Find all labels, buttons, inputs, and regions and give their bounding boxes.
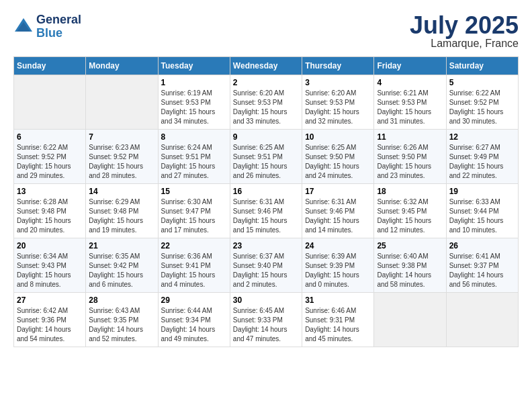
calendar-cell: 27Sunrise: 6:42 AM Sunset: 9:36 PM Dayli…: [14, 293, 86, 347]
day-number: 2: [233, 78, 299, 87]
calendar-cell: 11Sunrise: 6:26 AM Sunset: 9:50 PM Dayli…: [374, 130, 446, 184]
header-monday: Monday: [86, 57, 158, 75]
day-info: Sunrise: 6:24 AM Sunset: 9:51 PM Dayligh…: [161, 143, 227, 181]
day-info: Sunrise: 6:25 AM Sunset: 9:51 PM Dayligh…: [233, 143, 299, 181]
day-number: 16: [233, 187, 299, 196]
calendar-cell: 13Sunrise: 6:28 AM Sunset: 9:48 PM Dayli…: [14, 184, 86, 238]
calendar-cell: 6Sunrise: 6:22 AM Sunset: 9:52 PM Daylig…: [14, 130, 86, 184]
header-wednesday: Wednesday: [230, 57, 302, 75]
day-info: Sunrise: 6:20 AM Sunset: 9:53 PM Dayligh…: [305, 89, 371, 126]
calendar-cell: 21Sunrise: 6:35 AM Sunset: 9:42 PM Dayli…: [86, 238, 158, 293]
day-info: Sunrise: 6:40 AM Sunset: 9:38 PM Dayligh…: [377, 252, 443, 289]
day-info: Sunrise: 6:44 AM Sunset: 9:34 PM Dayligh…: [161, 306, 227, 344]
day-info: Sunrise: 6:22 AM Sunset: 9:52 PM Dayligh…: [17, 143, 83, 181]
day-info: Sunrise: 6:25 AM Sunset: 9:50 PM Dayligh…: [305, 143, 371, 181]
day-number: 27: [17, 295, 83, 305]
day-info: Sunrise: 6:42 AM Sunset: 9:36 PM Dayligh…: [17, 306, 83, 344]
calendar-cell: 20Sunrise: 6:34 AM Sunset: 9:43 PM Dayli…: [14, 238, 86, 293]
day-info: Sunrise: 6:45 AM Sunset: 9:33 PM Dayligh…: [233, 306, 299, 344]
calendar-cell: 17Sunrise: 6:31 AM Sunset: 9:46 PM Dayli…: [302, 184, 374, 238]
day-number: 3: [305, 78, 371, 87]
day-number: 5: [449, 78, 515, 87]
day-number: 30: [233, 295, 299, 305]
header-friday: Friday: [374, 57, 446, 75]
day-number: 20: [17, 241, 83, 250]
calendar-cell: 28Sunrise: 6:43 AM Sunset: 9:35 PM Dayli…: [86, 293, 158, 347]
logo-icon: [13, 17, 34, 37]
day-info: Sunrise: 6:43 AM Sunset: 9:35 PM Dayligh…: [89, 306, 154, 344]
week-row-1: 1Sunrise: 6:19 AM Sunset: 9:53 PM Daylig…: [14, 75, 519, 130]
day-number: 28: [89, 295, 154, 305]
day-number: 1: [161, 78, 227, 87]
calendar-cell: 4Sunrise: 6:21 AM Sunset: 9:53 PM Daylig…: [374, 75, 446, 130]
calendar-cell: 31Sunrise: 6:46 AM Sunset: 9:31 PM Dayli…: [302, 293, 374, 347]
header-sunday: Sunday: [14, 57, 86, 75]
day-info: Sunrise: 6:35 AM Sunset: 9:42 PM Dayligh…: [89, 252, 154, 289]
day-number: 15: [161, 187, 227, 196]
day-number: 17: [305, 187, 371, 196]
week-row-4: 20Sunrise: 6:34 AM Sunset: 9:43 PM Dayli…: [14, 238, 519, 293]
calendar-cell: 19Sunrise: 6:33 AM Sunset: 9:44 PM Dayli…: [446, 184, 518, 238]
day-number: 6: [17, 132, 83, 142]
day-number: 13: [17, 187, 83, 196]
day-number: 25: [377, 241, 443, 250]
day-info: Sunrise: 6:22 AM Sunset: 9:52 PM Dayligh…: [449, 89, 515, 126]
week-row-2: 6Sunrise: 6:22 AM Sunset: 9:52 PM Daylig…: [14, 130, 519, 184]
day-number: 31: [305, 295, 371, 305]
day-number: 9: [233, 132, 299, 142]
calendar-cell: 15Sunrise: 6:30 AM Sunset: 9:47 PM Dayli…: [158, 184, 230, 238]
page-header: General Blue July 2025 Lamarque, France: [13, 13, 519, 50]
day-number: 22: [161, 241, 227, 250]
calendar-cell: 26Sunrise: 6:41 AM Sunset: 9:37 PM Dayli…: [446, 238, 518, 293]
calendar-cell: 9Sunrise: 6:25 AM Sunset: 9:51 PM Daylig…: [230, 130, 302, 184]
day-info: Sunrise: 6:29 AM Sunset: 9:48 PM Dayligh…: [89, 197, 154, 235]
day-number: 24: [305, 241, 371, 250]
day-number: 4: [377, 78, 443, 87]
logo: General Blue: [13, 13, 81, 40]
day-info: Sunrise: 6:34 AM Sunset: 9:43 PM Dayligh…: [17, 252, 83, 289]
calendar-cell: 5Sunrise: 6:22 AM Sunset: 9:52 PM Daylig…: [446, 75, 518, 130]
day-number: 8: [161, 132, 227, 142]
header-tuesday: Tuesday: [158, 57, 230, 75]
calendar-cell: 22Sunrise: 6:36 AM Sunset: 9:41 PM Dayli…: [158, 238, 230, 293]
calendar-cell: 2Sunrise: 6:20 AM Sunset: 9:53 PM Daylig…: [230, 75, 302, 130]
header-thursday: Thursday: [302, 57, 374, 75]
day-number: 11: [377, 132, 443, 142]
day-info: Sunrise: 6:31 AM Sunset: 9:46 PM Dayligh…: [305, 197, 371, 235]
week-row-5: 27Sunrise: 6:42 AM Sunset: 9:36 PM Dayli…: [14, 293, 519, 347]
calendar-cell: 3Sunrise: 6:20 AM Sunset: 9:53 PM Daylig…: [302, 75, 374, 130]
day-info: Sunrise: 6:27 AM Sunset: 9:49 PM Dayligh…: [449, 143, 515, 181]
day-info: Sunrise: 6:36 AM Sunset: 9:41 PM Dayligh…: [161, 252, 227, 289]
calendar-table: SundayMondayTuesdayWednesdayThursdayFrid…: [13, 56, 519, 347]
calendar-cell: [14, 75, 86, 130]
day-number: 18: [377, 187, 443, 196]
day-number: 29: [161, 295, 227, 305]
day-number: 12: [449, 132, 515, 142]
logo-text: General Blue: [36, 13, 81, 40]
calendar-cell: [86, 75, 158, 130]
day-info: Sunrise: 6:46 AM Sunset: 9:31 PM Dayligh…: [305, 306, 371, 344]
day-info: Sunrise: 6:28 AM Sunset: 9:48 PM Dayligh…: [17, 197, 83, 235]
calendar-cell: 1Sunrise: 6:19 AM Sunset: 9:53 PM Daylig…: [158, 75, 230, 130]
calendar-cell: 10Sunrise: 6:25 AM Sunset: 9:50 PM Dayli…: [302, 130, 374, 184]
calendar-cell: 23Sunrise: 6:37 AM Sunset: 9:40 PM Dayli…: [230, 238, 302, 293]
calendar-cell: 29Sunrise: 6:44 AM Sunset: 9:34 PM Dayli…: [158, 293, 230, 347]
header-row: SundayMondayTuesdayWednesdayThursdayFrid…: [14, 57, 519, 75]
calendar-cell: 25Sunrise: 6:40 AM Sunset: 9:38 PM Dayli…: [374, 238, 446, 293]
day-info: Sunrise: 6:21 AM Sunset: 9:53 PM Dayligh…: [377, 89, 443, 126]
calendar-cell: [374, 293, 446, 347]
calendar-cell: 8Sunrise: 6:24 AM Sunset: 9:51 PM Daylig…: [158, 130, 230, 184]
calendar-cell: 24Sunrise: 6:39 AM Sunset: 9:39 PM Dayli…: [302, 238, 374, 293]
header-saturday: Saturday: [446, 57, 518, 75]
calendar-cell: 14Sunrise: 6:29 AM Sunset: 9:48 PM Dayli…: [86, 184, 158, 238]
day-info: Sunrise: 6:32 AM Sunset: 9:45 PM Dayligh…: [377, 197, 443, 235]
calendar-cell: 18Sunrise: 6:32 AM Sunset: 9:45 PM Dayli…: [374, 184, 446, 238]
location-subtitle: Lamarque, France: [410, 38, 519, 50]
month-title: July 2025: [410, 13, 519, 38]
title-block: July 2025 Lamarque, France: [410, 13, 519, 50]
day-number: 19: [449, 187, 515, 196]
day-info: Sunrise: 6:37 AM Sunset: 9:40 PM Dayligh…: [233, 252, 299, 289]
calendar-cell: 30Sunrise: 6:45 AM Sunset: 9:33 PM Dayli…: [230, 293, 302, 347]
day-number: 23: [233, 241, 299, 250]
day-number: 26: [449, 241, 515, 250]
